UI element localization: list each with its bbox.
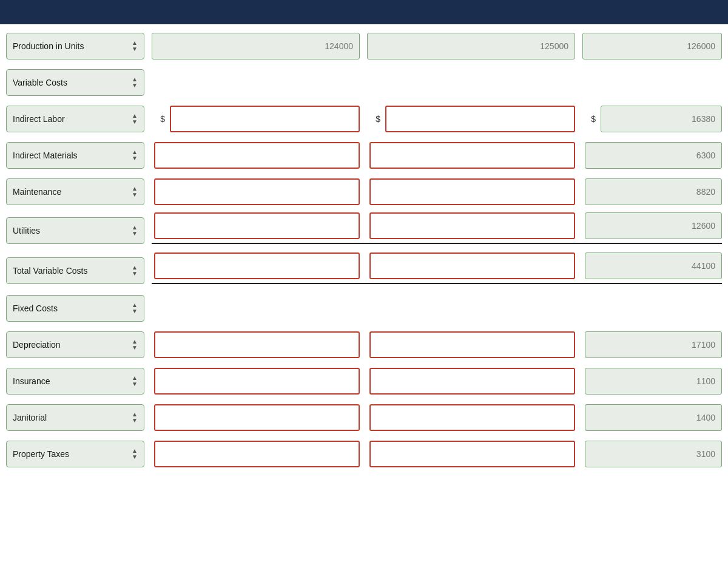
col3-display-total-variable-costs: 44100 [585,252,722,279]
section-label-variable-costs: Variable Costs ▲ ▼ [6,69,144,96]
label-indirect-materials: Indirect Materials ▲ ▼ [6,142,144,169]
col3-display-production-in-units: 126000 [582,33,722,59]
col2-input-property-taxes[interactable] [369,441,575,467]
sort-arrows[interactable]: ▲ ▼ [132,186,138,198]
label-utilities: Utilities ▲ ▼ [6,217,144,244]
col2-input-insurance[interactable] [369,368,575,395]
row-utilities: Utilities ▲ ▼ 12600 [6,212,722,248]
row-insurance: Insurance ▲ ▼ 1100 [6,365,722,397]
label-property-taxes: Property Taxes ▲ ▼ [6,441,144,467]
col3-display-janitorial: 1400 [585,404,722,431]
row-depreciation: Depreciation ▲ ▼ 1710 [6,329,722,361]
sort-arrows[interactable]: ▲ ▼ [132,375,138,387]
col2-input-janitorial[interactable] [369,404,575,431]
col2-input-depreciation[interactable] [369,331,575,358]
col1-input-indirect-materials[interactable] [154,142,360,169]
main-content: Production in Units ▲ ▼ 124000 125000 12… [0,24,728,481]
col2-input-total-variable-costs[interactable] [369,252,575,279]
col1-input-property-taxes[interactable] [154,441,360,467]
label-text: Depreciation [13,340,61,350]
row-property-taxes: Property Taxes ▲ ▼ 31 [6,438,722,470]
label-text: Total Variable Costs [13,266,87,276]
col1-display-production-in-units: 124000 [152,33,360,59]
row-production-in-units: Production in Units ▲ ▼ 124000 125000 12… [6,30,722,62]
section-label-text: Variable Costs [13,78,67,87]
label-indirect-labor: Indirect Labor ▲ ▼ [6,106,144,132]
col1-input-indirect-labor[interactable] [170,106,360,132]
col2-display-production-in-units: 125000 [367,33,575,59]
label-total-variable-costs: Total Variable Costs ▲ ▼ [6,257,144,284]
col1-input-depreciation[interactable] [154,331,360,358]
row-fixed-costs: Fixed Costs ▲ ▼ [6,293,722,324]
section-label-text: Fixed Costs [13,303,58,313]
col1-input-total-variable-costs[interactable] [154,252,360,279]
dollar-sign-col3: $ [582,114,596,124]
label-text: Indirect Materials [13,151,78,160]
col2-input-indirect-materials[interactable] [369,142,575,169]
col3-display-property-taxes: 3100 [585,441,722,467]
label-text: Property Taxes [13,449,69,459]
sort-arrows[interactable]: ▲ ▼ [132,76,138,89]
col3-display-depreciation: 17100 [585,331,722,358]
label-depreciation: Depreciation ▲ ▼ [6,331,144,358]
label-text: Insurance [13,376,50,386]
sort-arrows[interactable]: ▲ ▼ [132,113,138,125]
sort-arrows[interactable]: ▲ ▼ [132,40,138,52]
col1-input-maintenance[interactable] [154,178,360,205]
label-text: Janitorial [13,413,47,422]
sort-arrows[interactable]: ▲ ▼ [132,448,138,460]
label-text: Indirect Labor [13,114,65,124]
col1-input-utilities[interactable] [154,212,360,239]
col3-display-utilities: 12600 [585,212,722,239]
col1-input-insurance[interactable] [154,368,360,395]
row-indirect-materials: Indirect Materials ▲ ▼ [6,140,722,171]
sort-arrows[interactable]: ▲ ▼ [132,339,138,351]
label-text: Maintenance [13,187,61,197]
row-variable-costs: Variable Costs ▲ ▼ [6,67,722,98]
sort-arrows[interactable]: ▲ ▼ [132,149,138,161]
col3-display-maintenance: 8820 [585,178,722,205]
section-label-fixed-costs: Fixed Costs ▲ ▼ [6,295,144,322]
col2-input-utilities[interactable] [369,212,575,239]
label-production-in-units: Production in Units ▲ ▼ [6,33,144,59]
row-indirect-labor: Indirect Labor ▲ ▼ $ $ $ [6,103,722,135]
col2-input-maintenance[interactable] [369,178,575,205]
label-janitorial: Janitorial ▲ ▼ [6,404,144,431]
col2-input-indirect-labor[interactable] [385,106,575,132]
sort-arrows[interactable]: ▲ ▼ [132,302,138,314]
row-total-variable-costs: Total Variable Costs ▲ ▼ [6,252,722,288]
dollar-sign-col1: $ [152,114,165,124]
col3-display-insurance: 1100 [585,368,722,395]
col3-display-indirect-labor: 16380 [601,106,722,132]
header [0,0,728,24]
label-text: Utilities [13,226,40,235]
sort-arrows[interactable]: ▲ ▼ [132,225,138,237]
col3-display-indirect-materials: 6300 [585,142,722,169]
row-janitorial: Janitorial ▲ ▼ 1400 [6,402,722,433]
sort-arrows[interactable]: ▲ ▼ [132,412,138,424]
label-maintenance: Maintenance ▲ ▼ [6,178,144,205]
sort-arrows[interactable]: ▲ ▼ [132,265,138,277]
label-insurance: Insurance ▲ ▼ [6,368,144,395]
dollar-sign-col2: $ [367,114,380,124]
col1-input-janitorial[interactable] [154,404,360,431]
label-text: Production in Units [13,41,84,51]
row-maintenance: Maintenance ▲ ▼ 8820 [6,176,722,208]
